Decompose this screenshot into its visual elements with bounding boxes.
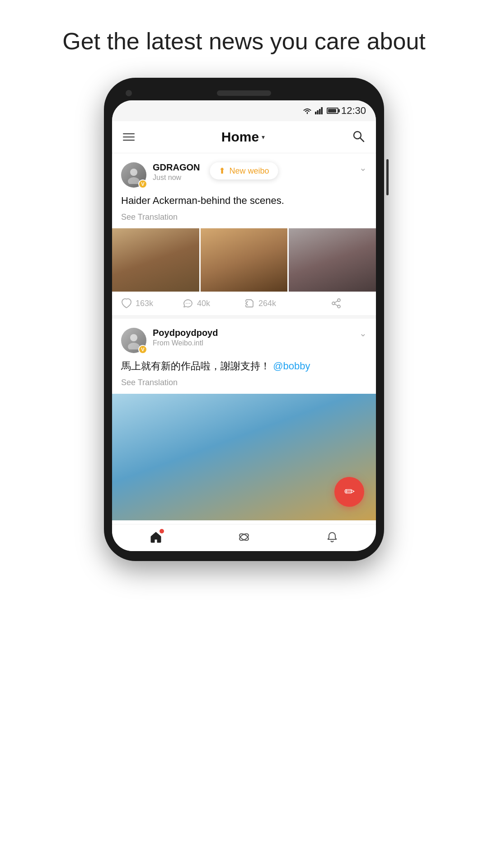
- comment-count: 40k: [197, 299, 210, 308]
- svg-rect-1: [317, 110, 319, 114]
- like-count: 163k: [136, 299, 153, 308]
- svg-rect-0: [315, 112, 317, 114]
- verified-badge: V: [138, 179, 147, 189]
- svg-line-12: [335, 301, 338, 303]
- post-image-2[interactable]: [201, 228, 288, 292]
- search-button[interactable]: [352, 129, 365, 145]
- bell-icon: [326, 531, 338, 547]
- post-username-2: Poydpoydpoyd: [153, 328, 218, 338]
- post-meta-2: Poydpoydpoyd From Weibo.intl: [153, 328, 218, 347]
- compose-fab-button[interactable]: ✏: [334, 477, 364, 507]
- post-image-single[interactable]: [112, 394, 376, 520]
- post-actions: 163k 40k 264k: [121, 292, 367, 315]
- share-button[interactable]: [305, 298, 367, 309]
- post-card: ⬆ New weibo V: [112, 153, 376, 315]
- see-translation-button[interactable]: See Translation: [121, 212, 367, 222]
- chevron-down-icon: ▾: [262, 133, 265, 141]
- post-avatar-area-2: V Poydpoydpoyd From Weibo.intl: [121, 328, 218, 353]
- phone-screen: 12:30 Home ▾: [112, 100, 376, 551]
- repost-icon: [244, 298, 255, 309]
- new-weibo-arrow-icon: ⬆: [219, 166, 225, 176]
- nav-home[interactable]: [150, 531, 162, 547]
- header-title-area[interactable]: Home ▾: [221, 129, 265, 145]
- post-content-2: 馬上就有新的作品啦，謝謝支持！ @bobby: [121, 359, 367, 373]
- post-time: Just now: [153, 174, 200, 182]
- post-meta: GDRAGON Just now: [153, 162, 200, 182]
- svg-point-13: [130, 334, 137, 341]
- app-header: Home ▾: [112, 121, 376, 153]
- post-avatar-area: V GDRAGON Just now: [121, 162, 200, 188]
- post-mention[interactable]: @bobby: [273, 360, 310, 372]
- phone-speaker: [217, 90, 271, 96]
- new-weibo-label: New weibo: [229, 166, 269, 176]
- explore-icon: [238, 531, 250, 547]
- feed: ⬆ New weibo V: [112, 153, 376, 520]
- post-menu-icon-2[interactable]: ⌄: [359, 328, 367, 339]
- post-content: Haider Ackerman-behind the scenes.: [121, 194, 367, 208]
- repost-count: 264k: [258, 299, 276, 308]
- avatar[interactable]: V: [121, 162, 146, 188]
- svg-line-11: [335, 304, 338, 306]
- battery-icon: [327, 108, 338, 114]
- verified-badge-2: V: [138, 345, 147, 354]
- svg-point-8: [338, 299, 340, 302]
- comment-icon: [183, 298, 193, 309]
- nav-home-notification-dot: [160, 529, 164, 533]
- bottom-nav: [112, 524, 376, 551]
- status-time: 12:30: [341, 105, 366, 117]
- svg-line-5: [360, 138, 364, 142]
- menu-icon[interactable]: [123, 133, 135, 141]
- post-header-2: V Poydpoydpoyd From Weibo.intl ⌄: [121, 328, 367, 353]
- phone-camera: [126, 90, 132, 96]
- status-bar: 12:30: [112, 100, 376, 121]
- page-headline: Get the latest news you care about: [35, 27, 453, 55]
- search-icon: [352, 129, 365, 143]
- post-image-3[interactable]: [289, 228, 376, 292]
- nav-explore[interactable]: [238, 531, 250, 547]
- nav-notifications[interactable]: [326, 531, 338, 547]
- signal-icon: [315, 107, 323, 114]
- svg-rect-3: [321, 107, 323, 114]
- svg-point-6: [130, 169, 137, 176]
- post-image-grid: [112, 228, 376, 292]
- compose-icon: ✏: [344, 484, 355, 499]
- post-text-2: 馬上就有新的作品啦，謝謝支持！: [121, 360, 270, 372]
- phone-side-button: [386, 159, 389, 195]
- share-icon: [331, 298, 342, 309]
- wifi-icon: [302, 107, 312, 114]
- post-header: ⬆ New weibo V: [121, 162, 367, 188]
- see-translation-button-2[interactable]: See Translation: [121, 378, 367, 387]
- post-username: GDRAGON: [153, 162, 200, 173]
- like-button[interactable]: 163k: [121, 298, 183, 309]
- comment-button[interactable]: 40k: [183, 298, 244, 309]
- svg-point-9: [332, 302, 335, 305]
- repost-button[interactable]: 264k: [244, 298, 305, 309]
- post-image-1[interactable]: [112, 228, 199, 292]
- post-time-2: From Weibo.intl: [153, 339, 218, 347]
- new-weibo-badge[interactable]: ⬆ New weibo: [210, 162, 278, 179]
- post-menu-icon[interactable]: ⌄: [359, 162, 367, 173]
- svg-rect-2: [319, 109, 321, 114]
- status-icons: 12:30: [302, 105, 366, 117]
- phone-top-bar: [112, 90, 376, 96]
- like-icon: [121, 298, 132, 309]
- phone-frame: 12:30 Home ▾: [104, 78, 384, 561]
- header-title: Home: [221, 129, 259, 145]
- avatar-2[interactable]: V: [121, 328, 146, 353]
- post-card-2: V Poydpoydpoyd From Weibo.intl ⌄ 馬上就有新的作…: [112, 319, 376, 520]
- svg-point-10: [338, 305, 340, 308]
